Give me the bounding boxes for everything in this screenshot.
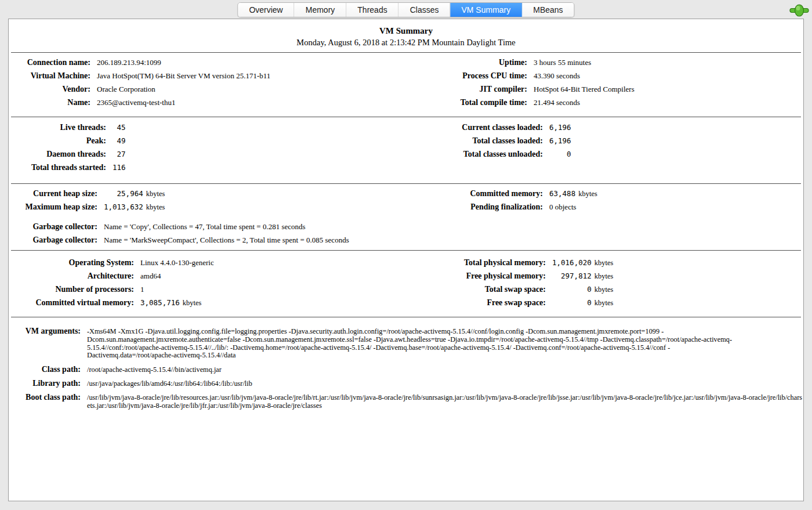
uptime-row: Uptime: 3 hours 55 minutes (407, 58, 801, 71)
field-unit: kbytes (594, 259, 614, 267)
field-label: Name: (12, 98, 90, 107)
field-label: Virtual Machine: (12, 71, 90, 81)
field-value: 0 objects (549, 202, 577, 212)
tab-mbeans[interactable]: MBeans (522, 3, 574, 17)
field-label: Pending finalization: (407, 202, 543, 212)
section-os: Operating System: Linux 4.4.0-130-generi… (9, 258, 803, 312)
vm-arguments-row: VM arguments: -Xms64M -Xmx1G -Djava.util… (12, 327, 803, 360)
field-unit: kbytes (146, 190, 165, 198)
field-label: Free swap space: (407, 298, 546, 308)
total-compile-time-row: Total compile time: 21.494 seconds (407, 98, 801, 111)
daemon-threads-row: Daemon threads: 27 (12, 150, 407, 163)
vm-summary-panel: VM Summary Monday, August 6, 2018 at 2:1… (8, 19, 804, 501)
field-value: 1 (140, 285, 144, 294)
field-value: 1,016,020 (552, 258, 592, 267)
section-divider (11, 52, 801, 53)
free-swap-space-row: Free swap space: 0 kbytes (407, 298, 801, 312)
field-value: Java HotSpot(TM) 64-Bit Server VM versio… (97, 71, 270, 81)
field-label: Uptime: (407, 58, 527, 67)
free-physical-memory-row: Free physical memory: 297,812 kbytes (407, 272, 801, 285)
total-physical-memory-row: Total physical memory: 1,016,020 kbytes (407, 258, 801, 272)
number-of-processors-row: Number of processors: 1 (12, 285, 407, 298)
field-label: JIT compiler: (407, 85, 527, 94)
field-label: Committed memory: (407, 189, 543, 198)
tab-vm-summary[interactable]: VM Summary (450, 3, 522, 17)
architecture-row: Architecture: amd64 (12, 272, 407, 285)
field-value: Oracle Corporation (97, 85, 155, 94)
field-label: Operating System: (12, 258, 134, 267)
field-value: 45 (113, 123, 126, 132)
tab-classes[interactable]: Classes (399, 3, 451, 17)
committed-virtual-memory-row: Committed virtual memory: 3,085,716 kbyt… (12, 298, 407, 312)
field-label: Boot class path: (12, 393, 81, 402)
boot-class-path-row: Boot class path: /usr/lib/jvm/java-8-ora… (12, 393, 803, 410)
field-value: 25,964 (104, 189, 143, 198)
tab-bar: Overview Memory Threads Classes VM Summa… (237, 2, 574, 17)
field-unit: kbytes (594, 299, 614, 308)
field-unit: kbytes (594, 285, 614, 294)
pending-finalization-row: Pending finalization: 0 objects (407, 202, 801, 216)
field-value: 6,196 (549, 123, 571, 132)
field-value: 49 (113, 136, 126, 145)
virtual-machine-row: Virtual Machine: Java HotSpot(TM) 64-Bit… (12, 71, 407, 85)
field-value: 2365@activemq-test-thu1 (97, 98, 175, 107)
committed-memory-row: Committed memory: 63,488 kbytes (407, 189, 801, 202)
field-value: 0 (552, 285, 592, 294)
current-heap-size-row: Current heap size: 25,964 kbytes (12, 189, 407, 202)
field-label: Total classes unloaded: (407, 150, 543, 159)
tab-overview[interactable]: Overview (238, 3, 294, 17)
field-value: 0 (549, 150, 571, 158)
field-unit: kbytes (183, 299, 202, 308)
field-value: /usr/java/packages/lib/amd64:/usr/lib64:… (87, 380, 803, 388)
section-connection: Connection name: 206.189.213.94:1099 Vir… (9, 58, 803, 111)
field-label: Total compile time: (407, 98, 527, 107)
field-label: Daemon threads: (12, 150, 106, 159)
field-value: 0 (552, 298, 592, 307)
field-value: 1,013,632 (104, 202, 143, 211)
total-swap-space-row: Total swap space: 0 kbytes (407, 285, 801, 298)
total-threads-started-row: Total threads started: 116 (12, 163, 407, 176)
tab-threads[interactable]: Threads (346, 3, 398, 17)
field-label: Class path: (12, 365, 81, 374)
field-label: Current heap size: (12, 189, 97, 198)
field-label: Free physical memory: (407, 272, 546, 281)
timestamp: Monday, August 6, 2018 at 2:13:42 PM Mou… (9, 38, 803, 48)
field-value: -Xms64M -Xmx1G -Djava.util.logging.confi… (87, 328, 748, 360)
field-label: Architecture: (12, 272, 134, 281)
tab-memory[interactable]: Memory (295, 3, 347, 17)
field-value: Name = 'Copy', Collections = 47, Total t… (104, 222, 306, 232)
field-value: amd64 (140, 272, 161, 281)
section-threads-classes: Live threads: 45 Peak: 49 Daemon threads… (9, 123, 803, 176)
maximum-heap-size-row: Maximum heap size: 1,013,632 kbytes (12, 202, 407, 216)
vendor-row: Vendor: Oracle Corporation (12, 85, 407, 98)
field-label: Peak: (12, 136, 106, 146)
jit-compiler-row: JIT compiler: HotSpot 64-Bit Tiered Comp… (407, 85, 801, 98)
field-label: Number of processors: (12, 285, 134, 294)
field-label: Maximum heap size: (12, 202, 97, 212)
field-unit: kbytes (578, 190, 597, 198)
operating-system-row: Operating System: Linux 4.4.0-130-generi… (12, 258, 407, 272)
section-memory: Current heap size: 25,964 kbytes Maximum… (9, 189, 803, 248)
field-value: 3 hours 55 minutes (534, 58, 591, 67)
field-value: 206.189.213.94:1099 (97, 58, 161, 67)
field-label: Connection name: (12, 58, 90, 67)
field-unit: kbytes (594, 272, 614, 281)
field-value: 43.390 seconds (534, 71, 580, 81)
field-label: Live threads: (12, 123, 106, 132)
field-value: 116 (113, 163, 126, 172)
garbage-collector-block: Garbage collector: Name = 'Copy', Collec… (9, 222, 803, 248)
field-value: 27 (113, 150, 126, 158)
field-label: Total threads started: (12, 163, 106, 172)
field-value: /usr/lib/jvm/java-8-oracle/jre/lib/resou… (87, 394, 803, 410)
vm-name-row: Name: 2365@activemq-test-thu1 (12, 98, 407, 111)
live-threads-row: Live threads: 45 (12, 123, 407, 136)
section-divider (11, 317, 801, 318)
connected-plug-icon (789, 4, 809, 17)
field-value: /root/apache-activemq-5.15.4//bin/active… (87, 366, 803, 374)
total-classes-loaded-row: Total classes loaded: 6,196 (407, 136, 801, 150)
field-value: Linux 4.4.0-130-generic (140, 258, 214, 267)
field-value: 21.494 seconds (534, 98, 580, 107)
field-label: Committed virtual memory: (12, 298, 134, 308)
field-label: Total swap space: (407, 285, 546, 294)
field-label: Garbage collector: (12, 222, 97, 232)
